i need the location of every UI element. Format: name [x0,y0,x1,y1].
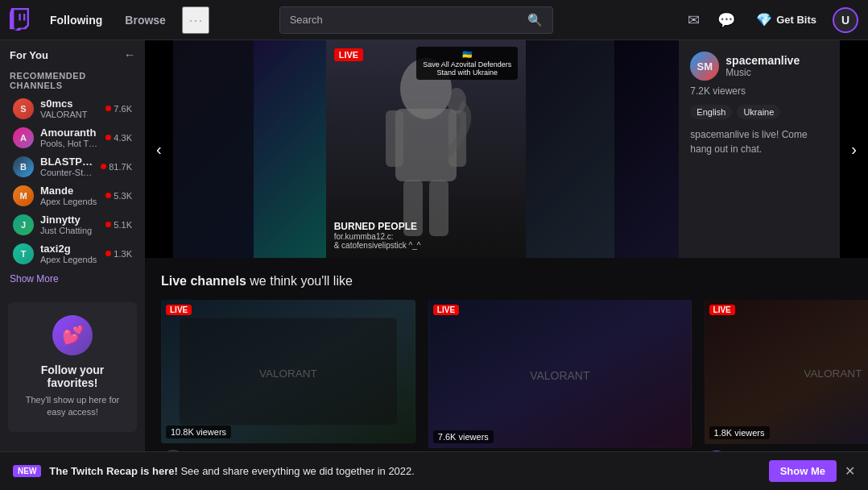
close-notification-button[interactable]: ✕ [845,463,855,479]
channel-game: Apex Legends [40,255,99,264]
search-icon: 🔍 [527,13,543,27]
search-input[interactable] [290,14,527,26]
channel-item-mande[interactable]: M Mande Apex Legends 5.3K [3,181,142,210]
channel-avatar-taxi2g: T [13,243,34,264]
recommended-channels-label: RECOMMENDED CHANNELS [0,66,145,93]
ukraine-flag-icon: 🇺🇦 [423,50,511,59]
notification-rest-text: See and share everything we did together… [180,465,415,477]
channel-viewers: 4.3K [105,133,132,143]
card-thumbnail-1: VALORANT LIVE 7.6K viewers [428,300,692,448]
channel-avatar-amouranth: A [13,127,34,148]
gem-icon: 💎 [756,12,772,27]
channel-viewers: 1.3K [105,249,132,259]
card-viewers-2: 1.8K viewers [709,426,770,439]
hero-prev-button[interactable]: ‹ [145,40,173,258]
hero-tag-english[interactable]: English [690,105,732,119]
top-navigation: Following Browse ⋯ 🔍 ✉ 💬 💎 Get Bits U [0,0,868,40]
channel-name: taxi2g [40,243,99,255]
more-nav-button[interactable]: ⋯ [182,6,209,34]
live-dot [105,251,111,256]
channel-viewers: 5.3K [105,191,132,201]
hero-next-button[interactable]: › [840,40,868,258]
inbox-icon-button[interactable]: ✉ [683,6,705,34]
hero-streamer-avatar[interactable]: SM [690,52,719,81]
hero-viewers: 7.2K viewers [690,85,829,97]
ukraine-text: Save All Azovital DefendersStand with Uk… [423,60,511,77]
sidebar-collapse-button[interactable]: ← [124,48,135,61]
twitch-logo[interactable] [10,8,34,32]
hero-thumbnails: LIVE 🇺🇦 Save All Azovital DefendersStand… [173,40,680,258]
hero-tags: English Ukraine [690,105,829,119]
card-thumb-svg-0: VALORANT [161,300,415,443]
channel-item-taxi2g[interactable]: T taxi2g Apex Legends 1.3K [3,239,142,268]
hero-section: ‹ [145,40,868,258]
follow-title: Follow your favorites! [21,363,124,389]
channel-info-mande: Mande Apex Legends [40,185,99,206]
live-dot [105,106,111,111]
channel-name: Jinnytty [40,214,99,226]
hero-info-panel: SM spacemanlive Music 7.2K viewers Engli… [679,40,840,258]
svg-rect-5 [429,180,448,236]
hero-thumb-right-1[interactable] [526,40,614,258]
card-thumbnail-2: VALORANT LIVE 1.8K viewers [705,300,868,444]
chat-icon-button[interactable]: 💬 [713,6,740,34]
hero-streamer-info: SM spacemanlive Music [690,52,829,81]
hero-category: Music [725,67,800,78]
svg-text:VALORANT: VALORANT [804,368,862,380]
live-dot [105,222,111,227]
hero-live-badge: LIVE [334,48,363,61]
svg-point-6 [447,88,466,114]
hero-channel-name[interactable]: spacemanlive [725,54,800,67]
card-viewers-1: 7.6K viewers [433,430,494,443]
channel-avatar-blast: B [13,156,34,177]
card-thumbnail-0: VALORANT LIVE 10.8K viewers [161,300,415,443]
svg-rect-1 [395,109,457,181]
get-bits-button[interactable]: 💎 Get Bits [748,7,825,32]
channel-info-jinnytty: Jinnytty Just Chatting [40,214,99,235]
notification-bold-text: The Twitch Recap is here! [49,465,177,477]
channel-avatar-jinnytty: J [13,214,34,235]
channel-avatar-s0mcs: S [13,98,34,119]
browse-nav[interactable]: Browse [118,9,172,31]
channel-viewers: 81.7K [101,162,132,172]
channel-name: Mande [40,185,99,197]
channel-game: Apex Legends [40,197,99,206]
follow-desc: They'll show up here for easy access! [21,394,124,419]
card-live-badge-1: LIVE [433,305,459,315]
hero-burned-people: BURNED PEOPLE [334,221,421,232]
channel-game: Counter-Strike: Gl... [40,168,94,177]
search-bar[interactable]: 🔍 [279,6,553,34]
notification-bar: NEW The Twitch Recap is here! See and sh… [0,451,868,490]
sidebar: For You ← RECOMMENDED CHANNELS S s0mcs V… [0,40,145,490]
hero-ukraine-overlay: 🇺🇦 Save All Azovital DefendersStand with… [416,47,518,80]
hero-main-thumbnail[interactable]: LIVE 🇺🇦 Save All Azovital DefendersStand… [326,40,527,258]
channel-item-amouranth[interactable]: A Amouranth Pools, Hot Tubs, an... 4.3K [3,123,142,152]
hero-thumb-left-2[interactable] [254,40,326,258]
user-avatar-button[interactable]: U [833,7,858,33]
notification-text: The Twitch Recap is here! See and share … [49,465,760,477]
following-nav[interactable]: Following [43,9,109,31]
channel-game: Just Chatting [40,226,99,235]
channel-game: Pools, Hot Tubs, an... [40,139,99,148]
show-more-link[interactable]: Show More [0,268,145,289]
channel-info-s0mcs: s0mcs VALORANT [40,98,99,119]
channel-info-taxi2g: taxi2g Apex Legends [40,243,99,264]
hero-thumb-right-2[interactable] [614,40,679,258]
channel-item-blast[interactable]: B BLASTPremier Counter-Strike: Gl... 81.… [3,152,142,181]
main-content: ‹ [145,40,868,490]
channel-viewers: 7.6K [105,104,132,114]
hero-tag-ukraine[interactable]: Ukraine [737,105,780,119]
hero-channel-overlay-text: BURNED PEOPLE for.kummba12.c:& catofensi… [334,221,421,250]
heart-icon: 💕 [52,315,93,355]
card-thumb-svg-2: VALORANT [705,300,868,444]
live-dot [105,193,111,198]
show-me-button[interactable]: Show Me [769,460,837,482]
channel-item-s0mcs[interactable]: S s0mcs VALORANT 7.6K [3,94,142,122]
channel-info-amouranth: Amouranth Pools, Hot Tubs, an... [40,127,99,148]
for-you-label: For You [10,49,48,61]
section-title-bold: Live channels [161,274,246,288]
channel-item-jinnytty[interactable]: J Jinnytty Just Chatting 5.1K [3,210,142,239]
channel-info-blast: BLASTPremier Counter-Strike: Gl... [40,156,94,177]
for-you-header: For You ← [0,40,145,66]
hero-thumb-left-1[interactable] [173,40,254,258]
